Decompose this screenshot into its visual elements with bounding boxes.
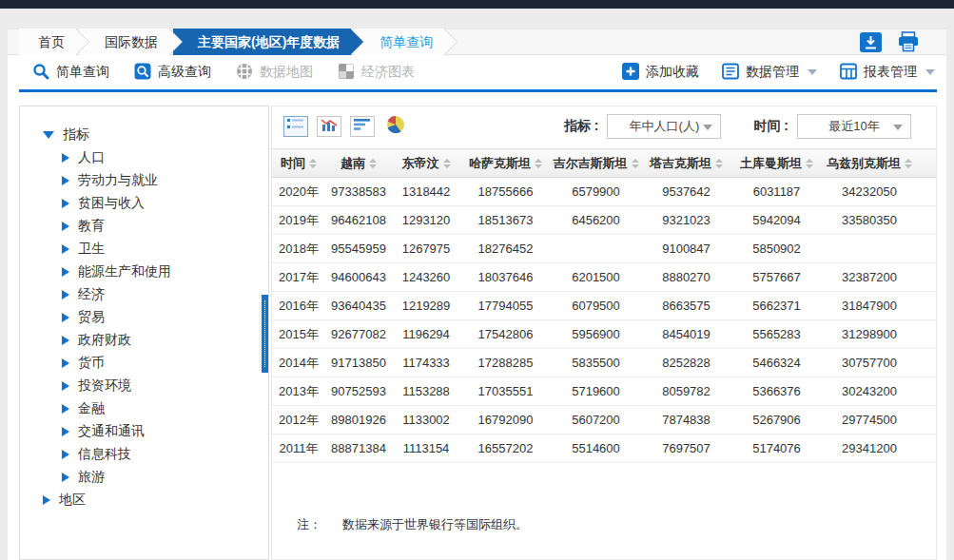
column-header[interactable]: 乌兹别克斯坦: [822, 149, 917, 178]
sidebar-item-4[interactable]: 卫生: [62, 238, 268, 261]
table-cell: 5850902: [731, 235, 822, 263]
footnote-text: 数据来源于世界银行等国际组织。: [342, 516, 528, 533]
sidebar-item-6[interactable]: 经济: [62, 283, 268, 306]
table-cell: 95545959: [325, 235, 392, 263]
sidebar-item-label: 经济: [78, 286, 105, 303]
table-cell: 5174076: [731, 434, 822, 463]
sidebar-item-8[interactable]: 政府财政: [62, 329, 268, 352]
expand-icon: [62, 313, 69, 322]
table-cell-spacer: [917, 292, 936, 320]
sort-icon[interactable]: [535, 159, 542, 168]
sort-icon[interactable]: [309, 159, 317, 168]
column-header[interactable]: 时间: [272, 149, 325, 178]
sidebar-item-2[interactable]: 贫困与收入: [62, 192, 268, 215]
table-cell: 2011年: [272, 434, 325, 463]
sidebar-root-region[interactable]: 地区: [43, 489, 268, 512]
sidebar-item-12[interactable]: 交通和通讯: [62, 420, 268, 443]
data-manage-menu[interactable]: 数据管理: [722, 63, 817, 83]
sort-icon[interactable]: [905, 159, 912, 168]
table-cell: [551, 235, 641, 263]
breadcrumb-home[interactable]: 首页: [19, 29, 76, 55]
table-row: 2020年97338583131844218755666657990095376…: [272, 178, 936, 206]
column-header[interactable]: 哈萨克斯坦: [460, 149, 551, 178]
sidebar-item-11[interactable]: 金融: [62, 397, 268, 420]
table-cell: 5719600: [551, 377, 641, 406]
download-icon[interactable]: [860, 32, 882, 52]
table-cell: 1293120: [392, 206, 460, 235]
column-header[interactable]: 越南: [325, 149, 392, 178]
table-cell: 1133002: [392, 406, 460, 434]
footnote: 注： 数据来源于世界银行等国际组织。: [297, 516, 936, 533]
sidebar-root-indicator[interactable]: 指标: [43, 124, 268, 146]
table-row: 2019年96462108129312018513673645620093210…: [272, 206, 936, 235]
breadcrumb-annual-data-current[interactable]: 主要国家(地区)年度数据: [173, 29, 351, 55]
pie-chart-icon: [386, 115, 405, 138]
chevron-down-icon: [703, 125, 712, 130]
sidebar-item-5[interactable]: 能源生产和使用: [62, 261, 268, 283]
sidebar-item-7[interactable]: 贸易: [62, 306, 268, 329]
table-cell: 96462108: [325, 206, 392, 235]
sidebar-item-1[interactable]: 劳动力与就业: [62, 169, 268, 192]
table-cell: 1153288: [392, 377, 460, 406]
table-cell: 1174333: [392, 349, 460, 377]
advanced-query-button[interactable]: 高级查询: [134, 63, 211, 83]
combo-chart-view-button[interactable]: [317, 116, 341, 137]
indicator-select[interactable]: 年中人口(人): [607, 114, 721, 139]
sidebar-item-label: 信息科技: [78, 446, 131, 463]
table-cell: 97338583: [325, 178, 392, 206]
column-header[interactable]: 塔吉克斯坦: [641, 149, 731, 178]
report-manage-menu[interactable]: 报表管理: [840, 63, 935, 83]
table-cell: 92677082: [325, 320, 392, 349]
table-cell: 7874838: [641, 406, 731, 434]
table-cell-spacer: [917, 178, 936, 206]
sidebar-item-3[interactable]: 教育: [62, 215, 268, 238]
sidebar-children: 人口劳动力与就业贫困与收入教育卫生能源生产和使用经济贸易政府财政货币投资环境金融…: [62, 146, 268, 489]
table-cell: 17035551: [460, 377, 551, 406]
data-map-button: 数据地图: [236, 63, 313, 83]
chevron-down-icon: [925, 69, 935, 75]
column-header[interactable]: 东帝汶: [392, 149, 460, 178]
sort-icon[interactable]: [369, 159, 377, 168]
sidebar-item-label: 教育: [78, 218, 105, 235]
column-header[interactable]: 土库曼斯坦: [731, 149, 822, 178]
breadcrumb-simple-query[interactable]: 简单查询: [355, 29, 444, 55]
sidebar-item-0[interactable]: 人口: [62, 146, 268, 169]
expand-icon: [62, 404, 69, 414]
column-header-label: 土库曼斯坦: [740, 155, 802, 172]
sort-icon[interactable]: [443, 159, 451, 168]
sidebar-item-9[interactable]: 货币: [62, 352, 268, 375]
table-view-button[interactable]: [283, 116, 308, 137]
table-cell: 9100847: [641, 235, 731, 263]
breadcrumb-international-data[interactable]: 国际数据: [80, 29, 169, 55]
add-favorite-button[interactable]: 添加收藏: [622, 63, 699, 83]
table-cell: 34232050: [822, 178, 917, 206]
pie-chart-view-button[interactable]: [383, 116, 408, 137]
table-row: 2015年92677082119629417542806595690084540…: [272, 320, 936, 349]
table-cell: 29341200: [822, 434, 917, 463]
filters: 指标 : 年中人口(人) 时间 : 最近10年: [564, 114, 911, 139]
sort-icon[interactable]: [715, 159, 723, 168]
sidebar-item-label: 劳动力与就业: [78, 172, 158, 189]
column-header[interactable]: 吉尔吉斯斯坦: [551, 149, 641, 178]
simple-query-button[interactable]: 简单查询: [32, 63, 109, 83]
column-header-label: 哈萨克斯坦: [469, 155, 531, 172]
sidebar-item-label: 人口: [78, 149, 105, 166]
table-cell: 2018年: [272, 235, 325, 263]
table-cell-spacer: [917, 349, 936, 377]
sidebar-item-10[interactable]: 投资环境: [62, 375, 268, 397]
expand-icon: [62, 244, 69, 254]
bar-chart-view-button[interactable]: [350, 116, 375, 137]
table-cell: 17542806: [460, 320, 551, 349]
expand-icon: [62, 381, 69, 391]
table-cell: 5835500: [551, 349, 641, 377]
sidebar-item-13[interactable]: 信息科技: [62, 443, 268, 466]
column-header-label: 越南: [341, 155, 365, 172]
sidebar-scrollbar-thumb[interactable]: [262, 295, 268, 373]
sort-icon[interactable]: [632, 159, 639, 168]
print-icon[interactable]: [897, 31, 920, 52]
sidebar-item-label: 贸易: [78, 309, 105, 326]
collapse-icon: [43, 131, 54, 139]
sort-icon[interactable]: [806, 159, 813, 168]
sidebar-item-14[interactable]: 旅游: [62, 466, 268, 489]
time-select[interactable]: 最近10年: [797, 114, 911, 139]
